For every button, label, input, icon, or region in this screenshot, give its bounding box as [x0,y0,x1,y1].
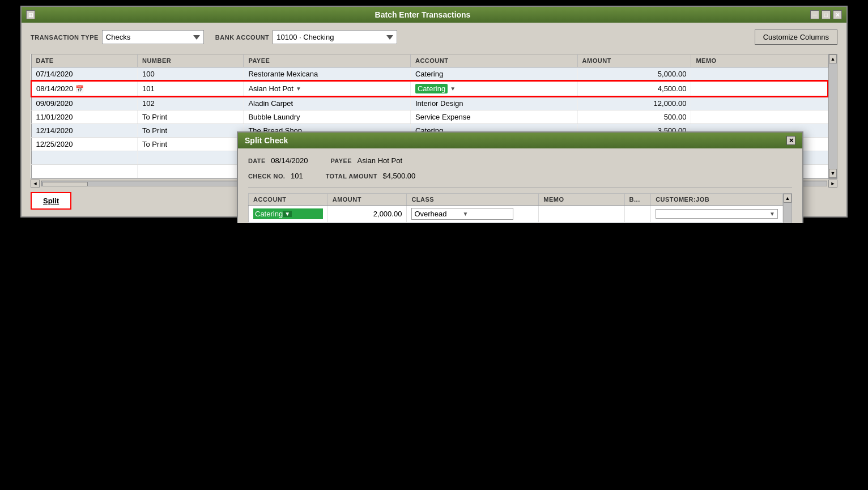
vertical-scrollbar[interactable]: ▲ ▼ [828,54,837,178]
dialog-divider [248,187,792,188]
date-info: DATE 08/14/2020 [248,156,308,165]
scroll-up-button[interactable]: ▲ [829,54,837,63]
split-row[interactable]: Catering 2,500.00 Remodel [249,223,783,224]
col-amount: AMOUNT [577,54,691,67]
account-dropdown-arrow[interactable]: ▼ [450,86,456,92]
payee-dropdown-arrow[interactable]: ▼ [296,86,301,92]
cell-memo-active[interactable] [691,81,828,96]
table-row[interactable]: 11/01/2020 To Print Bubble Laundry Servi… [31,110,828,124]
split-cell-memo[interactable] [539,223,624,224]
maximize-button[interactable]: □ [822,10,831,19]
split-check-dialog: Split Check ✕ DATE 08/14/2020 PAYEE Asia… [237,131,803,223]
split-cell-account[interactable]: Catering ▼ [249,206,328,223]
split-scroll-up[interactable]: ▲ [784,194,792,203]
title-bar: ⊞ Batch Enter Transactions ─ □ ✕ [22,7,846,23]
dialog-body: DATE 08/14/2020 PAYEE Asian Hot Pot CHEC… [238,148,802,223]
col-account: ACCOUNT [410,54,577,67]
cell-date: 07/14/2020 [31,67,137,82]
window-controls: ─ □ ✕ [810,10,842,19]
cell-account-active[interactable]: Catering ▼ [410,81,577,96]
cell-date-active: 08/14/2020 📅 [31,81,137,96]
cell-date: 12/25/2020 [31,138,137,151]
split-button[interactable]: Split [31,192,71,210]
cell-number: 102 [137,96,243,110]
cell-amount: 500.00 [577,110,691,124]
split-cell-memo[interactable] [539,206,624,223]
split-cell-account: Catering [249,223,328,224]
split-col-b: B... [624,194,651,206]
payee-label: PAYEE [330,157,351,164]
cell-amount: 12,000.00 [577,96,691,110]
minimize-button[interactable]: ─ [810,10,819,19]
total-amount-value: $4,500.00 [382,172,415,180]
col-memo: MEMO [691,54,828,67]
account-input-dropdown: Catering ▼ [253,208,323,219]
cell-amount-active: 4,500.00 [577,81,691,96]
cell-date: 09/09/2020 [31,96,137,110]
split-col-account: ACCOUNT [249,194,328,206]
table-row[interactable]: 09/09/2020 102 Aladin Carpet Interior De… [31,96,828,110]
cell-payee: Aladin Carpet [244,96,411,110]
split-cell-customer-job[interactable]: ▼ [651,206,783,223]
split-scroll-track [784,203,792,223]
scroll-right-button[interactable]: ► [828,180,837,188]
split-table-with-scroll: ACCOUNT AMOUNT CLASS MEMO B... CUSTOMER:… [248,193,792,223]
cell-number-active: 101 [137,81,243,96]
cell-amount: 5,000.00 [577,67,691,82]
split-cell-b[interactable] [624,206,651,223]
col-number: NUMBER [137,54,243,67]
split-table-area: ACCOUNT AMOUNT CLASS MEMO B... CUSTOMER:… [248,193,783,223]
account-text: Catering [255,210,283,218]
table-header-row: DATE NUMBER PAYEE ACCOUNT AMOUNT MEMO [31,54,828,67]
scroll-track [829,63,837,169]
cell-payee: Restorante Mexicana [244,67,411,82]
dialog-info-row2: CHECK NO. 101 TOTAL AMOUNT $4,500.00 [248,172,792,180]
total-amount-label: TOTAL AMOUNT [326,173,377,180]
split-cell-customer-job[interactable] [651,223,783,224]
payee-value: Asian Hot Pot [358,156,403,165]
close-button[interactable]: ✕ [833,10,842,19]
customer-job-dropdown: ▼ [656,209,778,219]
bank-account-select[interactable]: 10100 · Checking [273,30,397,44]
customize-columns-button[interactable]: Customize Columns [755,29,837,45]
cell-payee-active[interactable]: Asian Hot Pot ▼ [244,81,411,96]
transaction-type-select[interactable]: Checks [102,30,204,44]
check-no-info: CHECK NO. 101 [248,172,303,180]
split-row[interactable]: Catering ▼ 2,000.00 Overhead ▼ [249,206,783,223]
cell-number: 100 [137,67,243,82]
split-col-customer-job: CUSTOMER:JOB [651,194,783,206]
split-table-scrollbar[interactable]: ▲ ▼ [783,193,792,223]
cell-date: 12/14/2020 [31,124,137,138]
payee-dropdown: Asian Hot Pot ▼ [248,84,406,93]
split-header-row: ACCOUNT AMOUNT CLASS MEMO B... CUSTOMER:… [249,194,783,206]
split-cell-b[interactable] [624,223,651,224]
table-row[interactable]: 07/14/2020 100 Restorante Mexicana Cater… [31,67,828,82]
split-cell-class[interactable]: Overhead ▼ [407,206,539,223]
split-table: ACCOUNT AMOUNT CLASS MEMO B... CUSTOMER:… [248,193,783,223]
main-window: ⊞ Batch Enter Transactions ─ □ ✕ TRANSAC… [20,6,848,218]
dialog-close-button[interactable]: ✕ [786,136,795,145]
customer-job-arrow[interactable]: ▼ [769,211,775,217]
dialog-info-row: DATE 08/14/2020 PAYEE Asian Hot Pot [248,156,792,165]
scroll-down-button[interactable]: ▼ [829,169,837,178]
scroll-horizontal-thumb[interactable] [42,182,88,186]
cell-payee: Bubble Laundry [244,110,411,124]
account-dropdown-cell: Catering ▼ [415,84,573,93]
scroll-left-button[interactable]: ◄ [31,180,40,188]
split-cell-class: Remodel [407,223,539,224]
class-dropdown: Overhead ▼ [411,208,513,220]
split-cell-amount[interactable]: 2,000.00 [327,206,407,223]
cell-number: To Print [137,138,243,151]
check-no-label: CHECK NO. [248,173,285,180]
date-label: DATE [248,157,266,164]
payee-value: Asian Hot Pot [248,84,293,93]
active-table-row[interactable]: 08/14/2020 📅 101 Asian Hot Pot ▼ [31,81,828,96]
class-dropdown-arrow[interactable]: ▼ [462,211,510,217]
account-dropdown-arrow[interactable]: ▼ [283,211,292,217]
col-payee: PAYEE [244,54,411,67]
transaction-type-control: TRANSACTION TYPE Checks [31,30,204,44]
bank-account-label: BANK ACCOUNT [215,34,269,41]
col-date: DATE [31,54,137,67]
cell-date: 11/01/2020 [31,110,137,124]
calendar-icon[interactable]: 📅 [75,85,84,93]
